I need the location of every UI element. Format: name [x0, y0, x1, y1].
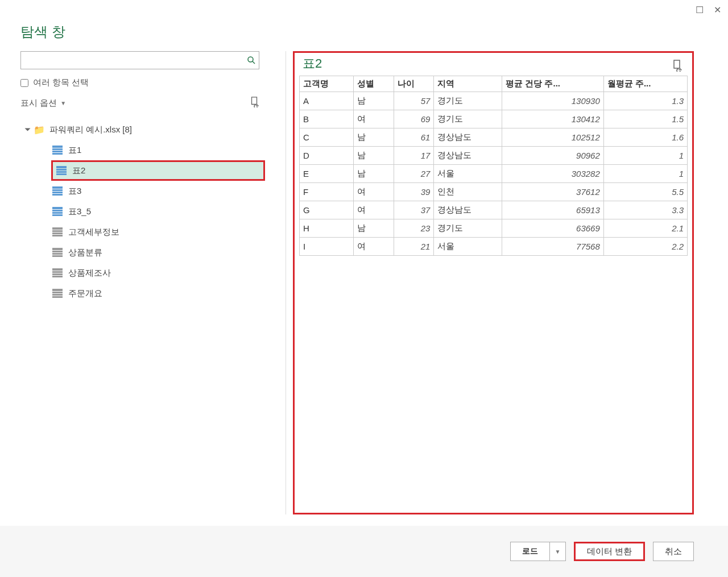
tree-item[interactable]: 표3_5 — [41, 201, 265, 222]
table-cell: 90962 — [502, 147, 604, 165]
table-cell: 27 — [394, 165, 434, 183]
load-button[interactable]: 로드 — [510, 542, 550, 561]
maximize-icon[interactable]: ☐ — [696, 5, 704, 15]
table-cell: D — [300, 147, 354, 165]
refresh-small-icon[interactable] — [249, 96, 259, 110]
table-row[interactable]: G여37경상남도659133.3 — [300, 201, 688, 219]
table-cell: 1.3 — [603, 92, 687, 110]
table-cell: F — [300, 183, 354, 201]
preview-panel: 표2 고객명성별나이지역평균 건당 주...월평균 주... A남57경기도13… — [293, 51, 694, 514]
load-split-button: 로드 ▼ — [510, 542, 566, 561]
table-cell: 인천 — [434, 183, 502, 201]
multi-select-label: 여러 항목 선택 — [33, 77, 89, 88]
table-row[interactable]: E남27서울3032821 — [300, 165, 688, 183]
display-options-label: 표시 옵션 — [20, 98, 57, 109]
table-cell: 61 — [394, 128, 434, 147]
tree-item-label: 표1 — [68, 145, 81, 156]
table-row[interactable]: F여39인천376125.5 — [300, 183, 688, 201]
sheet-icon — [52, 227, 63, 236]
table-cell: 102512 — [502, 128, 604, 147]
table-cell: 57 — [394, 92, 434, 110]
close-icon[interactable]: ✕ — [714, 5, 721, 15]
caret-down-icon — [25, 128, 31, 131]
chevron-down-icon: ▼ — [555, 549, 560, 555]
tree-root-node[interactable]: 📁 파워쿼리 예시.xlsx [8] — [26, 119, 265, 140]
tree-item[interactable]: 상품제조사 — [41, 263, 265, 283]
table-cell: 경기도 — [434, 110, 502, 128]
table-row[interactable]: I여21서울775682.2 — [300, 238, 688, 256]
table-cell: 경기도 — [434, 219, 502, 238]
table-cell: 경기도 — [434, 92, 502, 110]
navigator-panel: 여러 항목 선택 표시 옵션 ▼ 📁 파워쿼리 예시.xlsx [8] 표 — [20, 51, 265, 514]
column-header[interactable]: 고객명 — [300, 76, 354, 92]
table-cell: 21 — [394, 238, 434, 256]
tree-item[interactable]: 표1 — [41, 140, 265, 160]
tree-item-label: 상품분류 — [68, 247, 102, 258]
tree-item[interactable]: 고객세부정보 — [41, 222, 265, 242]
sheet-icon — [52, 268, 63, 277]
table-icon — [52, 146, 63, 155]
table-cell: 77568 — [502, 238, 604, 256]
table-cell: B — [300, 110, 354, 128]
table-cell: 서울 — [434, 238, 502, 256]
svg-point-0 — [248, 57, 253, 62]
table-cell: 여 — [354, 201, 394, 219]
multi-select-input[interactable] — [20, 79, 28, 87]
display-options-dropdown[interactable]: 표시 옵션 ▼ — [20, 98, 66, 109]
table-row[interactable]: B여69경기도1304121.5 — [300, 110, 688, 128]
table-cell: 5.5 — [603, 183, 687, 201]
table-cell: 37612 — [502, 183, 604, 201]
preview-title: 표2 — [299, 55, 688, 72]
tree-root-label: 파워쿼리 예시.xlsx [8] — [49, 124, 132, 135]
table-row[interactable]: A남57경기도1309301.3 — [300, 92, 688, 110]
table-cell: 130412 — [502, 110, 604, 128]
search-icon[interactable] — [244, 56, 259, 65]
tree-item[interactable]: 주문개요 — [41, 283, 265, 304]
multi-select-checkbox[interactable]: 여러 항목 선택 — [20, 77, 265, 88]
table-cell: 23 — [394, 219, 434, 238]
sheet-icon — [52, 289, 63, 298]
column-header[interactable]: 지역 — [434, 76, 502, 92]
load-dropdown-button[interactable]: ▼ — [550, 542, 566, 561]
cancel-button[interactable]: 취소 — [653, 542, 694, 561]
table-cell: 2.2 — [603, 238, 687, 256]
table-cell: 63669 — [502, 219, 604, 238]
table-cell: C — [300, 128, 354, 147]
table-cell: 남 — [354, 128, 394, 147]
search-box — [20, 51, 259, 69]
table-icon — [56, 166, 67, 175]
transform-data-button[interactable]: 데이터 변환 — [574, 542, 645, 561]
tree-item[interactable]: 표2 — [51, 160, 265, 181]
table-row[interactable]: D남17경상남도909621 — [300, 147, 688, 165]
search-input[interactable] — [21, 52, 244, 69]
column-header[interactable]: 평균 건당 주... — [502, 76, 604, 92]
table-cell: 1 — [603, 165, 687, 183]
table-cell: 303282 — [502, 165, 604, 183]
table-cell: 서울 — [434, 165, 502, 183]
column-header[interactable]: 성별 — [354, 76, 394, 92]
tree-item-label: 주문개요 — [68, 288, 102, 299]
table-row[interactable]: C남61경상남도1025121.6 — [300, 128, 688, 147]
table-cell: H — [300, 219, 354, 238]
tree-item-label: 고객세부정보 — [68, 227, 119, 238]
vertical-divider — [286, 51, 286, 514]
table-cell: 남 — [354, 147, 394, 165]
table-cell: 여 — [354, 110, 394, 128]
table-cell: 남 — [354, 92, 394, 110]
source-tree: 📁 파워쿼리 예시.xlsx [8] 표1표2표3표3_5고객세부정보상품분류상… — [20, 119, 265, 304]
table-icon — [52, 207, 63, 216]
tree-item[interactable]: 표3 — [41, 181, 265, 201]
column-header[interactable]: 월평균 주... — [603, 76, 687, 92]
tree-item-label: 표2 — [72, 165, 85, 176]
table-cell: 17 — [394, 147, 434, 165]
table-cell: A — [300, 92, 354, 110]
column-header[interactable]: 나이 — [394, 76, 434, 92]
table-cell: 여 — [354, 238, 394, 256]
table-row[interactable]: H남23경기도636692.1 — [300, 219, 688, 238]
chevron-down-icon: ▼ — [60, 100, 66, 106]
tree-item-label: 상품제조사 — [68, 268, 111, 279]
table-cell: 남 — [354, 219, 394, 238]
tree-item[interactable]: 상품분류 — [41, 242, 265, 263]
table-cell: 경상남도 — [434, 128, 502, 147]
table-cell: 경상남도 — [434, 147, 502, 165]
